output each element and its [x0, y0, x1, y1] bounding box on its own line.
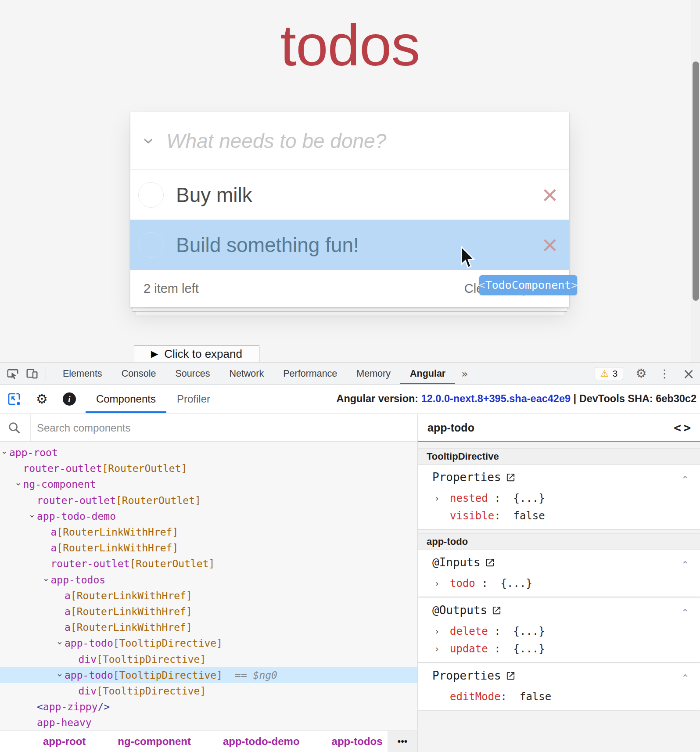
todo-item-row[interactable]: Buy milk× — [130, 170, 569, 220]
chevron-down-icon[interactable]: › — [28, 511, 37, 521]
breadcrumb-item-ng-component[interactable]: ng-component — [118, 735, 191, 748]
tree-node[interactable]: a[RouterLinkWithHref] — [0, 588, 417, 604]
tab-memory[interactable]: Memory — [347, 363, 400, 384]
tree-node[interactable]: <app-zippy/> — [0, 699, 417, 715]
property-group-header[interactable]: Properties› — [418, 465, 700, 489]
property-row[interactable]: ›nested : {...} — [418, 489, 700, 507]
expand-icon[interactable]: › — [434, 493, 443, 503]
tree-node[interactable]: app-heavy — [0, 715, 417, 730]
more-tabs-icon[interactable]: » — [455, 367, 474, 380]
tree-node[interactable]: div[TooltipDirective] — [0, 683, 417, 699]
tab-profiler[interactable]: Profiler — [166, 385, 221, 413]
property-value: false — [520, 691, 551, 703]
tree-node[interactable]: ›app-todos — [0, 572, 417, 588]
inspect-element-icon[interactable] — [6, 367, 19, 380]
page-title: todos — [0, 12, 700, 79]
property-inspector-panel: app-todo <> TooltipDirectiveProperties››… — [418, 414, 700, 752]
tab-console[interactable]: Console — [112, 363, 166, 384]
info-icon[interactable]: i — [63, 392, 76, 406]
breadcrumb-item-app-root[interactable]: app-root — [43, 735, 86, 748]
todo-item-row[interactable]: Build something fun!× — [130, 220, 569, 270]
scrollbar-thumb[interactable] — [693, 61, 699, 301]
new-todo-input[interactable] — [166, 129, 569, 153]
chevron-down-icon[interactable]: › — [55, 670, 65, 680]
property-row[interactable]: ›editMode: false — [418, 688, 700, 705]
tree-node[interactable]: router-outlet[RouterOutlet] — [0, 493, 417, 508]
tree-node[interactable]: a[RouterLinkWithHref] — [0, 524, 417, 540]
chevron-down-icon[interactable]: › — [139, 132, 161, 150]
version-number[interactable]: 12.0.0-next.8+395.sha-eac42e9 — [421, 393, 571, 404]
property-group-header[interactable]: @Inputs› — [418, 550, 700, 575]
tab-network[interactable]: Network — [219, 363, 273, 384]
expand-icon[interactable]: › — [434, 579, 443, 588]
tree-node[interactable]: a[RouterLinkWithHref] — [0, 540, 417, 556]
property-row[interactable]: ›visible: false — [418, 507, 700, 525]
tooltip-text: TodoComponent — [485, 279, 571, 291]
angular-settings-gear-icon[interactable]: ⚙ — [36, 391, 48, 407]
tree-node[interactable]: a[RouterLinkWithHref] — [0, 619, 417, 635]
breadcrumb-more-button[interactable]: ••• — [388, 731, 417, 752]
tab-angular[interactable]: Angular — [400, 363, 455, 384]
breadcrumb-item-app-todo-demo[interactable]: app-todo-demo — [223, 735, 300, 748]
property-group-header[interactable]: Properties› — [418, 663, 700, 688]
breadcrumb-item-app-todos[interactable]: app-todos — [332, 735, 383, 748]
settings-gear-icon[interactable]: ⚙ — [635, 367, 646, 380]
search-icon — [7, 421, 22, 437]
tag-close-bracket: /> — [97, 701, 110, 712]
property-value: {...} — [513, 625, 545, 637]
close-icon[interactable]: × — [682, 367, 695, 381]
tree-node-directive: [TooltipDirective] — [97, 654, 206, 665]
expand-icon[interactable]: › — [434, 644, 443, 654]
collapse-chevron-icon[interactable]: › — [679, 607, 690, 613]
tree-node[interactable]: ›app-root — [0, 445, 417, 461]
chevron-down-icon[interactable]: › — [14, 480, 23, 489]
todo-item-label: Buy milk — [176, 183, 252, 207]
devtools-tabbar: ElementsConsoleSourcesNetworkPerformance… — [0, 363, 700, 385]
tree-node-directive: [TooltipDirective] — [113, 637, 223, 649]
items-left-label: 2 item left — [144, 281, 199, 296]
tree-node[interactable]: ›app-todo-demo — [0, 508, 417, 524]
search-components-input[interactable] — [37, 414, 406, 441]
tree-node[interactable]: ›ng-component — [0, 476, 417, 492]
tree-node[interactable]: ›app-todo[TooltipDirective]== $ng0 — [0, 667, 417, 683]
device-toolbar-icon[interactable] — [25, 367, 39, 380]
tab-performance[interactable]: Performance — [273, 363, 347, 384]
tab-elements[interactable]: Elements — [53, 363, 112, 384]
tree-node[interactable]: a[RouterLinkWithHref] — [0, 604, 417, 619]
tree-node-tag: router-outlet — [23, 463, 102, 474]
directive-section-header: TooltipDirective — [418, 448, 700, 465]
tree-node[interactable]: router-outlet[RouterOutlet] — [0, 556, 417, 572]
collapse-chevron-icon[interactable]: › — [679, 559, 690, 565]
property-row[interactable]: ›update : {...} — [418, 640, 700, 658]
delete-todo-icon[interactable]: × — [542, 231, 558, 259]
tab-sources[interactable]: Sources — [166, 363, 220, 384]
angular-inspect-icon[interactable] — [7, 392, 21, 406]
component-tree-panel: ›app-rootrouter-outlet[RouterOutlet]›ng-… — [0, 414, 418, 752]
expand-button[interactable]: ▶ Click to expand — [134, 345, 259, 362]
property-group-title: Properties — [432, 669, 501, 682]
kebab-menu-icon[interactable]: ⋮ — [659, 368, 670, 379]
tree-node[interactable]: ›app-todo[TooltipDirective] — [0, 635, 417, 651]
chevron-down-icon[interactable]: › — [55, 639, 65, 648]
property-group-header[interactable]: @Outputs› — [418, 598, 700, 622]
todo-toggle-checkbox[interactable] — [138, 182, 164, 208]
delete-todo-icon[interactable]: × — [542, 181, 558, 209]
chevron-down-icon[interactable]: › — [0, 448, 10, 457]
warning-badge[interactable]: ⚠ 3 — [595, 367, 624, 380]
tree-node[interactable]: router-outlet[RouterOutlet] — [0, 461, 417, 476]
chevron-down-icon[interactable]: › — [41, 575, 51, 584]
todo-toggle-checkbox[interactable] — [138, 232, 164, 258]
component-search-row — [0, 414, 417, 442]
collapse-chevron-icon[interactable]: › — [679, 673, 690, 679]
tree-node[interactable]: div[TooltipDirective] — [0, 651, 417, 667]
tooltip-close-bracket: > — [571, 279, 578, 291]
property-separator: : — [494, 510, 513, 522]
tooltip-open-bracket: < — [479, 279, 485, 291]
collapse-chevron-icon[interactable]: › — [679, 474, 690, 480]
expand-icon[interactable]: › — [434, 626, 443, 636]
property-row[interactable]: ›delete : {...} — [418, 622, 700, 640]
tab-components[interactable]: Components — [86, 385, 166, 413]
property-row[interactable]: ›todo : {...} — [418, 575, 700, 592]
tree-node-tag: router-outlet — [37, 495, 116, 506]
view-source-icon[interactable]: <> — [674, 421, 693, 435]
